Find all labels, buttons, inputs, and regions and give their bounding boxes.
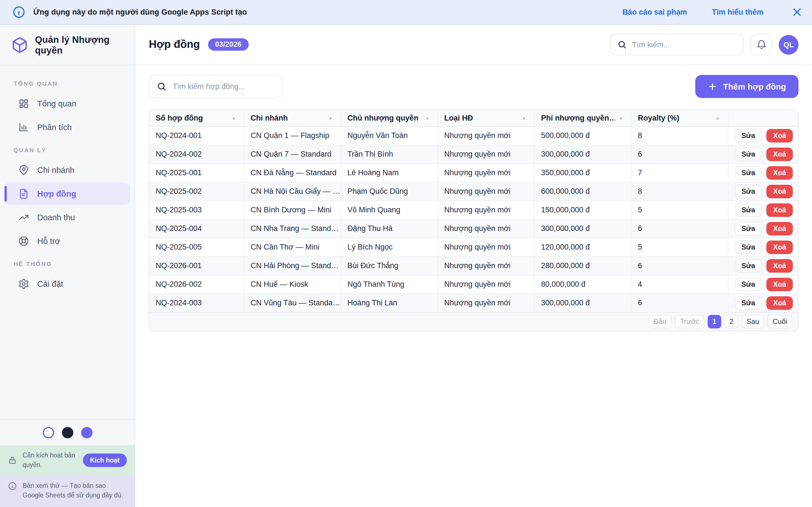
delete-button[interactable]: Xoá	[766, 129, 793, 142]
pagination-next[interactable]: Sau	[742, 315, 764, 328]
trial-text: Bản xem thử — Tạo bản sao Google Sheets …	[22, 481, 127, 500]
table-row: NQ-2024-003CN Vũng Tàu — Standa…Hoàng Th…	[149, 293, 798, 312]
app-title: Quản lý Nhượng quyền	[35, 34, 123, 55]
content: Thêm hợp đồng Số hợp đồng▲ Chi nhánh▲	[135, 65, 812, 507]
theme-light-dot[interactable]	[42, 426, 55, 439]
edit-button[interactable]: Sửa	[735, 129, 762, 142]
edit-button[interactable]: Sửa	[735, 240, 762, 254]
sidebar-item-hop-dong[interactable]: Hợp đồng	[4, 182, 130, 205]
delete-button[interactable]: Xoá	[766, 277, 793, 291]
column-header-royalty[interactable]: Royalty (%)▲	[631, 110, 728, 126]
cube-logo-icon	[11, 36, 28, 53]
table-row: NQ-2025-005CN Cần Thơ — MiniLý Bích Ngọc…	[149, 238, 798, 256]
column-header-type[interactable]: Loại HĐ▲	[438, 110, 535, 126]
global-search-input[interactable]	[632, 40, 737, 49]
contract-search-input[interactable]	[172, 82, 274, 91]
info-icon	[12, 6, 26, 18]
lock-icon	[8, 456, 17, 465]
contracts-table-card: Số hợp đồng▲ Chi nhánh▲ Chủ nhượng quyền…	[149, 109, 799, 331]
sidebar-item-ho-tro[interactable]: Hỗ trợ	[4, 230, 130, 252]
license-text: Cần kích hoạt bản quyền.	[22, 451, 77, 469]
nav-section-system: HỆ THỐNG	[0, 253, 135, 272]
pagination-page-1[interactable]: 1	[708, 315, 721, 328]
trending-up-icon	[18, 212, 29, 223]
table-header-row: Số hợp đồng▲ Chi nhánh▲ Chủ nhượng quyền…	[149, 110, 798, 126]
license-notice: Cần kích hoạt bản quyền. Kích hoạt	[0, 445, 135, 475]
notifications-button[interactable]	[751, 34, 772, 55]
sidebar-item-cai-dat[interactable]: Cài đặt	[4, 273, 130, 295]
column-header-actions	[728, 110, 798, 126]
table-row: NQ-2025-004CN Nha Trang — Stand…Đặng Thu…	[149, 219, 798, 238]
delete-button[interactable]: Xoá	[766, 203, 793, 217]
edit-button[interactable]: Sửa	[735, 277, 762, 291]
edit-button[interactable]: Sửa	[735, 296, 762, 310]
file-text-icon	[18, 188, 29, 200]
contracts-table: Số hợp đồng▲ Chi nhánh▲ Chủ nhượng quyền…	[149, 110, 798, 312]
edit-button[interactable]: Sửa	[735, 222, 762, 235]
avatar[interactable]: QL	[779, 35, 799, 54]
dashboard-grid-icon	[18, 98, 29, 109]
global-search[interactable]	[610, 34, 744, 55]
sort-icon: ▲	[328, 115, 333, 121]
table-row: NQ-2024-001CN Quận 1 — FlagshipNguyễn Vă…	[149, 126, 798, 145]
apps-script-banner: Ứng dụng này do một người dùng Google Ap…	[0, 0, 812, 25]
column-header-fee[interactable]: Phí nhượng quyền…▲	[535, 110, 631, 126]
main-header: Hợp đồng 03/2026	[135, 25, 812, 65]
bell-icon	[756, 39, 767, 50]
app-root: Ứng dụng này do một người dùng Google Ap…	[0, 0, 812, 507]
delete-button[interactable]: Xoá	[766, 147, 793, 161]
delete-button[interactable]: Xoá	[766, 166, 793, 179]
add-contract-button[interactable]: Thêm hợp đồng	[695, 75, 799, 98]
table-row: NQ-2025-001CN Đà Nẵng — StandardLê Hoàng…	[149, 163, 798, 182]
pagination: Đầu Trước 1 2 Sau Cuối	[149, 312, 798, 331]
table-row: NQ-2025-003CN Bình Dương — MiniVõ Minh Q…	[149, 201, 798, 219]
app-logo-header: Quản lý Nhượng quyền	[0, 25, 135, 65]
delete-button[interactable]: Xoá	[766, 240, 793, 254]
table-row: NQ-2025-002CN Hà Nội Cầu Giấy — …Phạm Qu…	[149, 182, 798, 201]
sidebar-item-chi-nhanh[interactable]: Chi nhánh	[4, 159, 130, 181]
contract-search[interactable]	[149, 75, 283, 98]
delete-button[interactable]: Xoá	[766, 184, 793, 198]
column-header-contract-id[interactable]: Số hợp đồng▲	[149, 110, 244, 126]
sidebar-item-label: Cài đặt	[37, 279, 63, 288]
pagination-page-2[interactable]: 2	[725, 315, 738, 328]
sort-icon: ▲	[619, 115, 623, 121]
column-header-owner[interactable]: Chủ nhượng quyền▲	[341, 110, 438, 126]
trial-notice: Bản xem thử — Tạo bản sao Google Sheets …	[0, 475, 135, 507]
delete-button[interactable]: Xoá	[766, 222, 793, 235]
sidebar-item-phan-tich[interactable]: Phân tích	[4, 116, 130, 138]
column-header-branch[interactable]: Chi nhánh▲	[244, 110, 341, 126]
search-icon	[157, 81, 167, 92]
delete-button[interactable]: Xoá	[766, 296, 793, 310]
report-abuse-link[interactable]: Báo cáo sai phạm	[622, 8, 687, 16]
sort-icon: ▲	[522, 115, 526, 121]
plus-icon	[707, 82, 717, 91]
toolbar: Thêm hợp đồng	[149, 75, 799, 98]
edit-button[interactable]: Sửa	[735, 166, 762, 179]
sidebar-item-label: Phân tích	[37, 123, 72, 132]
activate-button[interactable]: Kích hoạt	[83, 453, 127, 467]
page-title: Hợp đồng	[149, 38, 200, 51]
sidebar-item-label: Doanh thu	[37, 213, 75, 222]
sidebar-item-label: Hỗ trợ	[37, 237, 60, 245]
theme-dark-dot[interactable]	[61, 426, 74, 439]
map-pin-icon	[18, 165, 29, 176]
search-icon	[617, 40, 627, 49]
edit-button[interactable]: Sửa	[735, 184, 762, 198]
sort-icon: ▲	[232, 115, 236, 121]
pagination-first[interactable]: Đầu	[649, 315, 672, 328]
close-icon[interactable]	[792, 7, 802, 17]
sidebar-nav: TỔNG QUAN Tổng quan	[0, 65, 135, 296]
edit-button[interactable]: Sửa	[735, 147, 762, 161]
learn-more-link[interactable]: Tìm hiểu thêm	[712, 8, 763, 16]
sidebar-item-tong-quan[interactable]: Tổng quan	[4, 93, 130, 115]
pagination-prev[interactable]: Trước	[675, 315, 704, 328]
pagination-last[interactable]: Cuối	[768, 315, 792, 328]
theme-purple-dot[interactable]	[80, 426, 93, 439]
sort-icon: ▲	[425, 115, 430, 121]
edit-button[interactable]: Sửa	[735, 203, 762, 217]
delete-button[interactable]: Xoá	[766, 259, 793, 272]
sidebar-footer: Cần kích hoạt bản quyền. Kích hoạt Bản x…	[0, 419, 135, 507]
sidebar-item-doanh-thu[interactable]: Doanh thu	[4, 206, 130, 229]
edit-button[interactable]: Sửa	[735, 259, 762, 272]
